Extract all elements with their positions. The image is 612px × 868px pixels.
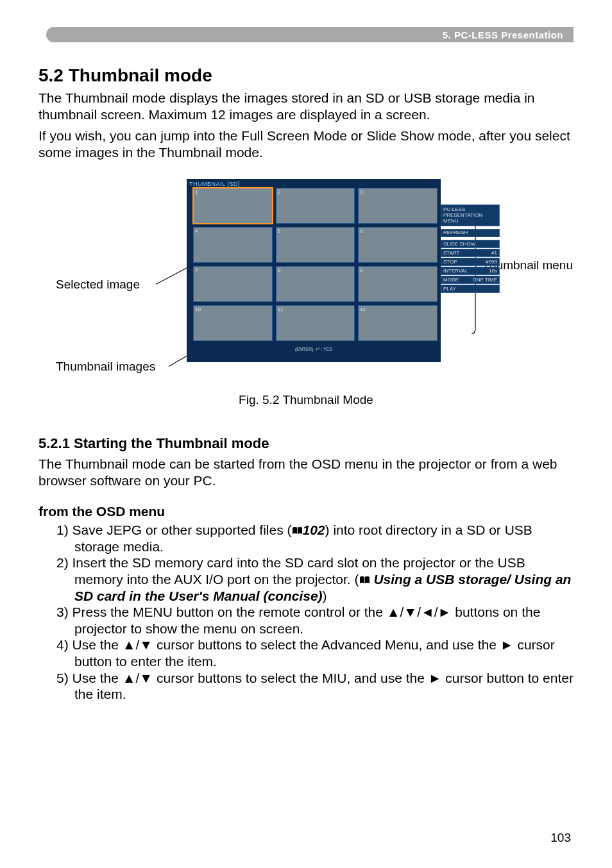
thumbnail-cell: 1 — [193, 188, 273, 224]
thumbnail-cell: 12 — [358, 305, 438, 341]
step-2: 2) Insert the SD memory card into the SD… — [56, 555, 574, 604]
side-refresh: REFRESH — [441, 229, 500, 237]
side-slideshow: SLIDE SHOW — [441, 240, 500, 248]
thumbnail-cell: 9 — [358, 266, 438, 302]
section-header-text: 5. PC-LESS Presentation — [443, 29, 563, 40]
side-interval: INTERVAL10s — [441, 267, 500, 275]
subheading-5-2-1: 5.2.1 Starting the Thumbnail mode — [38, 435, 574, 452]
screen-footer: (ENTER), ⏎ : YES — [187, 344, 441, 352]
thumbnail-cell: 6 — [358, 227, 438, 263]
thumbnail-grid: 1 2 3 4 5 6 7 8 9 10 11 12 — [187, 188, 441, 344]
intro-paragraph-1: The Thumbnail mode displays the images s… — [38, 90, 574, 124]
from-osd-heading: from the OSD menu — [38, 504, 574, 519]
selected-image-label: Selected image — [56, 278, 140, 292]
side-stop: STOP#999 — [441, 258, 500, 266]
side-pcless: PC-LESS PRESENTATION MENU — [441, 204, 500, 226]
thumbnail-cell: 7 — [193, 266, 273, 302]
step-5: 5) Use the ▲/▼ cursor buttons to select … — [56, 670, 574, 703]
thumbnail-cell: 11 — [276, 305, 355, 341]
step-3: 3) Press the MENU button on the remote c… — [56, 604, 574, 637]
step-4: 4) Use the ▲/▼ cursor buttons to select … — [56, 637, 574, 669]
step-1: 1) Save JEPG or other supported files (1… — [56, 522, 574, 555]
thumbnail-screen: THUMBNAIL [SD] 1 2 3 4 5 6 7 8 9 10 11 1… — [187, 179, 441, 362]
figure-5-2: Selected image Thumbnail images Thumbnai… — [56, 179, 556, 390]
thumbnail-cell: 4 — [193, 227, 273, 263]
side-mode: MODEONE TIME — [441, 276, 500, 284]
section-header-bar: 5. PC-LESS Presentation — [46, 27, 574, 42]
thumbnail-cell: 2 — [276, 188, 355, 224]
thumbnail-images-label: Thumbnail images — [56, 360, 155, 374]
page: 5. PC-LESS Presentation 5.2 Thumbnail mo… — [0, 0, 612, 868]
side-play: PLAY — [441, 285, 500, 293]
thumbnail-cell: 3 — [358, 188, 438, 224]
screen-header: THUMBNAIL [SD] — [187, 179, 441, 188]
thumbnail-cell: 8 — [276, 266, 355, 302]
figure-caption: Fig. 5.2 Thumbnail Mode — [38, 393, 574, 407]
thumbnail-side-menu: PC-LESS PRESENTATION MENU REFRESH SLIDE … — [441, 204, 500, 293]
steps-list: 1) Save JEPG or other supported files (1… — [38, 522, 574, 703]
thumbnail-cell: 10 — [193, 305, 273, 341]
page-title: 5.2 Thumbnail mode — [38, 65, 574, 86]
thumbnail-cell: 5 — [276, 227, 355, 263]
page-number: 103 — [550, 831, 571, 845]
sub-body: The Thumbnail mode can be started from t… — [38, 456, 574, 488]
book-icon — [292, 526, 303, 535]
book-icon — [359, 576, 370, 585]
page-ref: 102 — [303, 522, 325, 537]
intro-paragraph-2: If you wish, you can jump into the Full … — [38, 128, 574, 162]
side-start: START#1 — [441, 249, 500, 257]
side-slideshow-group: SLIDE SHOW START#1 STOP#999 INTERVAL10s … — [441, 240, 500, 293]
